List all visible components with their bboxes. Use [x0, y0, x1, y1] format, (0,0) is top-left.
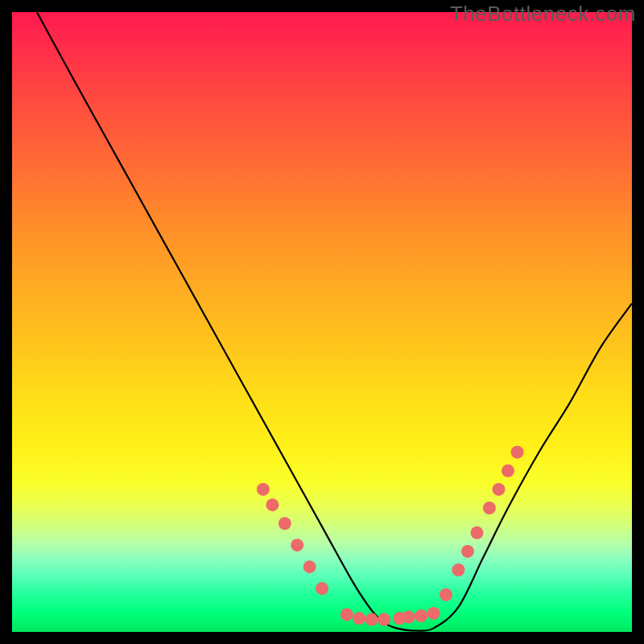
highlight-points [257, 446, 524, 626]
highlight-point [341, 608, 353, 621]
highlight-point [483, 502, 496, 514]
chart-frame: TheBottleneck.com [0, 0, 644, 644]
highlight-point [365, 613, 378, 626]
highlight-point [452, 564, 464, 576]
highlight-point [427, 607, 440, 620]
bottleneck-chart-svg [12, 12, 632, 632]
highlight-point [279, 517, 291, 530]
highlight-point [257, 483, 270, 496]
highlight-point [511, 446, 524, 459]
highlight-point [461, 545, 474, 558]
highlight-point [402, 611, 415, 624]
highlight-point [440, 588, 452, 601]
highlight-point [266, 498, 279, 511]
highlight-point [378, 613, 390, 626]
highlight-point [291, 539, 303, 551]
bottleneck-curve [37, 12, 632, 631]
highlight-point [415, 609, 427, 622]
highlight-point [353, 612, 365, 625]
highlight-point [303, 560, 316, 573]
highlight-point [502, 464, 514, 477]
highlight-point [471, 526, 484, 539]
highlight-point [316, 582, 328, 595]
plot-area [12, 12, 632, 632]
highlight-point [492, 483, 505, 496]
